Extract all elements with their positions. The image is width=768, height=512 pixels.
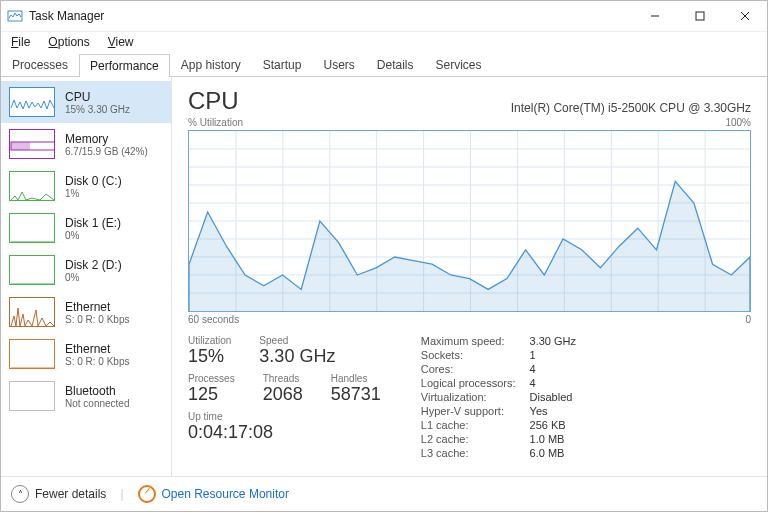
sidebar-item-label: Disk 0 (C:) <box>65 174 122 188</box>
thumbnail-icon <box>9 129 55 159</box>
svg-rect-2 <box>696 12 704 20</box>
thumbnail-icon <box>9 381 55 411</box>
resource-monitor-icon <box>138 485 156 503</box>
sidebar-item-sub: 1% <box>65 188 122 199</box>
sidebar-item-label: CPU <box>65 90 130 104</box>
thumbnail-icon <box>9 213 55 243</box>
menubar: FileOptionsView <box>1 32 767 52</box>
cpu-graph <box>188 130 751 312</box>
sidebar-item-sub: 15% 3.30 GHz <box>65 104 130 115</box>
thumbnail-icon <box>9 339 55 369</box>
thumbnail-icon <box>9 297 55 327</box>
cpu-detail-table: Maximum speed:3.30 GHzSockets:1Cores:4Lo… <box>421 335 576 459</box>
sidebar-item-disk-1-e-[interactable]: Disk 1 (E:)0% <box>1 207 171 249</box>
taskmanager-icon <box>7 8 23 24</box>
sidebar-item-cpu[interactable]: CPU15% 3.30 GHz <box>1 81 171 123</box>
sidebar-item-sub: S: 0 R: 0 Kbps <box>65 314 129 325</box>
stat-handles: Handles58731 <box>331 373 381 405</box>
tab-processes[interactable]: Processes <box>1 53 79 76</box>
thumbnail-icon <box>9 171 55 201</box>
graph-axis-right: 0 <box>745 314 751 325</box>
sidebar-item-sub: 0% <box>65 272 122 283</box>
sidebar-item-label: Memory <box>65 132 148 146</box>
window-title: Task Manager <box>29 9 632 23</box>
sidebar-item-memory[interactable]: Memory6.7/15.9 GB (42%) <box>1 123 171 165</box>
sidebar-item-disk-0-c-[interactable]: Disk 0 (C:)1% <box>1 165 171 207</box>
close-button[interactable] <box>722 1 767 31</box>
tab-services[interactable]: Services <box>425 53 493 76</box>
svg-rect-6 <box>11 142 30 150</box>
graph-label-left: % Utilization <box>188 117 243 128</box>
stat-processes: Processes125 <box>188 373 235 405</box>
chevron-up-icon: ˄ <box>11 485 29 503</box>
menu-file[interactable]: File <box>9 34 32 50</box>
maximize-button[interactable] <box>677 1 722 31</box>
menu-view[interactable]: View <box>106 34 136 50</box>
main-panel: CPU Intel(R) Core(TM) i5-2500K CPU @ 3.3… <box>172 77 767 476</box>
tab-details[interactable]: Details <box>366 53 425 76</box>
sidebar-item-disk-2-d-[interactable]: Disk 2 (D:)0% <box>1 249 171 291</box>
tab-users[interactable]: Users <box>312 53 365 76</box>
sidebar-item-label: Disk 2 (D:) <box>65 258 122 272</box>
tab-startup[interactable]: Startup <box>252 53 313 76</box>
tab-app-history[interactable]: App history <box>170 53 252 76</box>
sidebar-item-sub: Not connected <box>65 398 130 409</box>
cpu-heading: CPU <box>188 87 239 115</box>
stat-speed: Speed3.30 GHz <box>259 335 335 367</box>
sidebar-item-label: Ethernet <box>65 342 129 356</box>
cpu-model: Intel(R) Core(TM) i5-2500K CPU @ 3.30GHz <box>511 101 751 115</box>
sidebar-item-bluetooth[interactable]: BluetoothNot connected <box>1 375 171 417</box>
sidebar: CPU15% 3.30 GHzMemory6.7/15.9 GB (42%)Di… <box>1 77 172 476</box>
footer: ˄ Fewer details | Open Resource Monitor <box>1 476 767 511</box>
sidebar-item-sub: 6.7/15.9 GB (42%) <box>65 146 148 157</box>
sidebar-item-ethernet[interactable]: EthernetS: 0 R: 0 Kbps <box>1 291 171 333</box>
open-resource-monitor-link[interactable]: Open Resource Monitor <box>138 485 289 503</box>
sidebar-item-sub: 0% <box>65 230 121 241</box>
thumbnail-icon <box>9 87 55 117</box>
sidebar-item-sub: S: 0 R: 0 Kbps <box>65 356 129 367</box>
stat-up-time: Up time0:04:17:08 <box>188 411 381 443</box>
fewer-details-button[interactable]: ˄ Fewer details <box>11 485 106 503</box>
graph-axis-left: 60 seconds <box>188 314 239 325</box>
thumbnail-icon <box>9 255 55 285</box>
tabbar: ProcessesPerformanceApp historyStartupUs… <box>1 52 767 77</box>
titlebar: Task Manager <box>1 1 767 32</box>
minimize-button[interactable] <box>632 1 677 31</box>
sidebar-item-label: Disk 1 (E:) <box>65 216 121 230</box>
stat-utilization: Utilization15% <box>188 335 231 367</box>
tab-performance[interactable]: Performance <box>79 54 170 77</box>
menu-options[interactable]: Options <box>46 34 91 50</box>
graph-label-right: 100% <box>725 117 751 128</box>
sidebar-item-label: Bluetooth <box>65 384 130 398</box>
sidebar-item-ethernet[interactable]: EthernetS: 0 R: 0 Kbps <box>1 333 171 375</box>
sidebar-item-label: Ethernet <box>65 300 129 314</box>
stat-threads: Threads2068 <box>263 373 303 405</box>
